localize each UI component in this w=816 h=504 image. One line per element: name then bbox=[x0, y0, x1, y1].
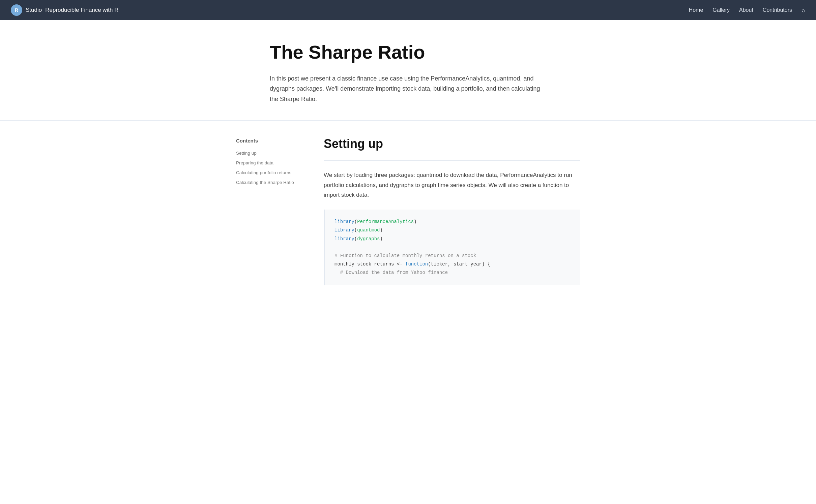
code-line-function: monthly_stock_returns <- function(ticker… bbox=[334, 260, 571, 269]
code-line-3: library(dygraphs) bbox=[334, 235, 571, 243]
code-keyword-library1: library bbox=[334, 219, 354, 224]
sidebar-item-portfolio-returns[interactable]: Calculating portfolio returns bbox=[236, 170, 303, 176]
main-content: Contents Setting up Preparing the data C… bbox=[223, 121, 593, 285]
code-pkg-performance: PerformanceAnalytics bbox=[357, 219, 414, 224]
navigation: R Studio Reproducible Finance with R Hom… bbox=[0, 0, 816, 20]
code-line-1: library(PerformanceAnalytics) bbox=[334, 218, 571, 226]
code-arrow: <- bbox=[394, 261, 405, 267]
contents-label: Contents bbox=[236, 137, 303, 145]
hero-description: In this post we present a classic financ… bbox=[270, 73, 546, 104]
nav-contributors[interactable]: Contributors bbox=[763, 7, 792, 13]
section-divider bbox=[324, 160, 580, 161]
setting-up-title: Setting up bbox=[324, 134, 580, 154]
code-keyword-library3: library bbox=[334, 236, 354, 242]
sidebar-item-preparing-data[interactable]: Preparing the data bbox=[236, 160, 303, 166]
code-pkg-quantmod: quantmod bbox=[357, 227, 380, 233]
setting-up-intro: We start by loading three packages: quan… bbox=[324, 170, 580, 200]
nav-home[interactable]: Home bbox=[689, 7, 703, 13]
code-line-comment2: # Download the data from Yahoo finance bbox=[334, 269, 571, 277]
code-line-comment: # Function to calculate monthly returns … bbox=[334, 252, 571, 260]
nav-about[interactable]: About bbox=[739, 7, 753, 13]
code-line-2: library(quantmod) bbox=[334, 226, 571, 234]
brand-link[interactable]: R Studio Reproducible Finance with R bbox=[11, 4, 119, 16]
site-title: Reproducible Finance with R bbox=[45, 5, 118, 14]
page-title: The Sharpe Ratio bbox=[270, 42, 546, 63]
code-pkg-dygraphs: dygraphs bbox=[357, 236, 380, 242]
code-comment-2: # Download the data from Yahoo finance bbox=[334, 270, 448, 275]
code-line-blank bbox=[334, 243, 571, 252]
rss-icon[interactable]: ⌕ bbox=[802, 7, 805, 13]
hero-section: The Sharpe Ratio In this post we present… bbox=[256, 20, 560, 120]
sidebar-item-setting-up[interactable]: Setting up bbox=[236, 150, 303, 157]
code-keyword-library2: library bbox=[334, 227, 354, 233]
code-block: library(PerformanceAnalytics) library(qu… bbox=[324, 210, 580, 285]
code-var-name: monthly_stock_returns bbox=[334, 261, 394, 267]
sidebar-nav: Setting up Preparing the data Calculatin… bbox=[236, 150, 303, 186]
nav-gallery[interactable]: Gallery bbox=[712, 7, 730, 13]
sidebar-item-sharpe-ratio[interactable]: Calculating the Sharpe Ratio bbox=[236, 180, 303, 186]
nav-links: Home Gallery About Contributors ⌕ bbox=[689, 5, 805, 15]
sidebar: Contents Setting up Preparing the data C… bbox=[236, 134, 303, 285]
rstudio-logo: R bbox=[11, 4, 22, 16]
code-fn-keyword: function bbox=[405, 261, 428, 267]
code-params: (ticker, start_year) { bbox=[428, 261, 490, 267]
brand-studio: Studio bbox=[26, 5, 42, 14]
article: Setting up We start by loading three pac… bbox=[324, 134, 580, 285]
code-comment-1: # Function to calculate monthly returns … bbox=[334, 253, 476, 258]
